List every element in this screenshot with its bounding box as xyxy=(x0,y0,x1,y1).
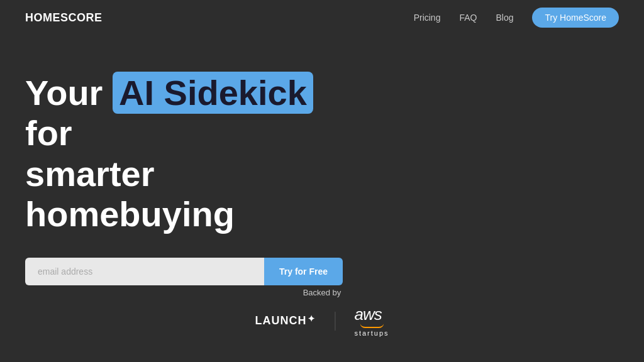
backed-by-section: Backed by LAUNCH ✦ aws startups xyxy=(255,288,389,337)
launch-plus-icon: ✦ xyxy=(308,314,316,324)
try-free-button[interactable]: Try for Free xyxy=(264,258,343,285)
nav-links: Pricing FAQ Blog Try HomeScore xyxy=(414,8,619,28)
aws-wordmark: aws xyxy=(354,305,381,324)
launch-text: LAUNCH xyxy=(255,314,306,327)
logo: HOMESCORE xyxy=(25,11,103,25)
aws-startups-label: startups xyxy=(354,329,389,337)
hero-highlight: AI Sidekick xyxy=(113,72,313,114)
backed-by-label: Backed by xyxy=(255,288,389,297)
hero-section: Your AI Sidekick for smarter homebuying … xyxy=(0,35,390,285)
backers-list: LAUNCH ✦ aws startups xyxy=(255,305,389,337)
hero-heading-before: Your xyxy=(25,73,103,112)
backers-divider xyxy=(335,312,335,331)
hero-form: Try for Free xyxy=(25,258,365,285)
email-input[interactable] xyxy=(25,258,264,285)
navbar: HOMESCORE Pricing FAQ Blog Try HomeScore xyxy=(0,0,644,35)
aws-logo: aws startups xyxy=(354,305,389,337)
hero-heading-after: for xyxy=(25,113,72,153)
nav-link-faq[interactable]: FAQ xyxy=(459,13,477,23)
hero-heading-line2: smarter homebuying xyxy=(25,154,235,234)
nav-link-blog[interactable]: Blog xyxy=(496,13,513,23)
launch-logo: LAUNCH ✦ xyxy=(255,314,316,327)
nav-cta-button[interactable]: Try HomeScore xyxy=(532,8,619,28)
aws-top: aws xyxy=(354,305,381,324)
aws-smile-icon xyxy=(360,323,384,328)
nav-link-pricing[interactable]: Pricing xyxy=(414,13,441,23)
hero-heading: Your AI Sidekick for smarter homebuying xyxy=(25,73,365,235)
